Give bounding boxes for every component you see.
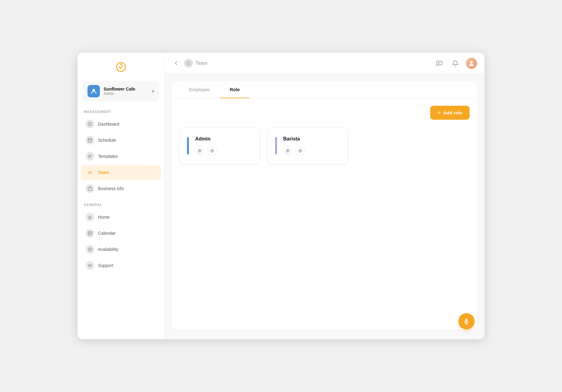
- management-section-label: MANAGEMENT: [78, 110, 164, 116]
- role-color-admin: [187, 137, 189, 154]
- topbar: Team: [164, 53, 484, 74]
- templates-label: Templates: [98, 154, 118, 159]
- templates-icon: [86, 152, 94, 161]
- workspace-name: Sunflower Cafe: [104, 87, 148, 91]
- main-content: Team: [164, 53, 484, 339]
- svg-point-2: [120, 63, 122, 65]
- svg-rect-10: [88, 188, 92, 190]
- calendar-icon: 8: [86, 229, 94, 238]
- topbar-title: Team: [195, 60, 207, 66]
- svg-rect-20: [466, 318, 467, 322]
- tab-role[interactable]: Role: [220, 81, 250, 98]
- content-area: Employee Role + Add role: [164, 74, 484, 339]
- chat-button[interactable]: [434, 58, 445, 69]
- tabs-bar: Employee Role: [172, 81, 477, 98]
- role-color-barista: [275, 137, 277, 154]
- svg-point-5: [90, 124, 90, 124]
- sidebar-item-templates[interactable]: Templates: [81, 149, 161, 164]
- workspace-card[interactable]: Sunflower Cafe Admin ▾: [83, 81, 159, 101]
- sidebar-item-dashboard[interactable]: Dashboard: [81, 117, 161, 131]
- add-role-plus-icon: +: [438, 109, 441, 116]
- home-label: Home: [98, 215, 109, 220]
- schedule-label: Schedule: [98, 138, 116, 143]
- collapse-sidebar-button[interactable]: [172, 59, 181, 68]
- availability-icon: [86, 245, 94, 254]
- sidebar-item-team[interactable]: Team: [81, 165, 161, 180]
- topbar-search-area: Team: [184, 59, 430, 68]
- dashboard-icon: [86, 120, 94, 128]
- sidebar-item-availability[interactable]: Availability: [81, 242, 161, 257]
- role-card-body-barista: Barista: [283, 136, 340, 155]
- sidebar-item-support[interactable]: 24 Support: [81, 258, 161, 273]
- notifications-button[interactable]: [450, 58, 461, 69]
- calendar-label: Calendar: [98, 231, 116, 236]
- workspace-info: Sunflower Cafe Admin: [104, 87, 148, 96]
- role-cards-list: Admin: [179, 127, 470, 164]
- support-icon: 24: [86, 261, 94, 270]
- content-card: Employee Role + Add role: [172, 81, 477, 329]
- main-wrapper: Team: [164, 53, 484, 339]
- search-icon: [184, 59, 193, 68]
- role-actions-barista: [283, 146, 340, 155]
- app-logo: [78, 60, 164, 81]
- team-label: Team: [98, 170, 109, 175]
- role-name-barista: Barista: [283, 136, 340, 142]
- role-delete-admin[interactable]: [207, 146, 217, 155]
- add-role-button[interactable]: + Add role: [430, 106, 470, 120]
- support-label: Support: [98, 263, 113, 268]
- svg-point-9: [91, 172, 92, 173]
- sidebar-item-home[interactable]: Home: [81, 210, 161, 225]
- svg-rect-0: [115, 61, 127, 73]
- role-card-admin: Admin: [179, 127, 260, 164]
- team-icon: [86, 168, 94, 177]
- workspace-role: Admin: [104, 91, 148, 96]
- business-info-icon: [86, 184, 94, 193]
- role-toolbar: + Add role: [179, 106, 470, 120]
- schedule-icon: [86, 136, 94, 145]
- workspace-avatar: [87, 85, 100, 97]
- tab-employee[interactable]: Employee: [179, 81, 220, 98]
- user-avatar[interactable]: [466, 58, 477, 69]
- general-section-label: GENERAL: [78, 203, 164, 209]
- role-card-body-admin: Admin: [195, 136, 252, 155]
- role-edit-barista[interactable]: [283, 146, 292, 155]
- role-name-admin: Admin: [195, 136, 252, 142]
- dashboard-label: Dashboard: [98, 122, 119, 127]
- sidebar: Sunflower Cafe Admin ▾ MANAGEMENT Dashbo…: [78, 53, 164, 339]
- business-info-label: Business info: [98, 186, 124, 191]
- role-delete-barista[interactable]: [296, 146, 305, 155]
- svg-text:8: 8: [89, 233, 91, 235]
- svg-point-15: [470, 61, 473, 64]
- home-icon: [86, 213, 94, 221]
- role-content: + Add role Admin: [172, 98, 477, 172]
- role-card-barista: Barista: [267, 127, 348, 164]
- sidebar-item-business-info[interactable]: Business info: [81, 181, 161, 196]
- role-actions-admin: [195, 146, 252, 155]
- topbar-actions: [434, 58, 477, 69]
- svg-point-7: [89, 171, 91, 172]
- chevron-down-icon: ▾: [152, 89, 154, 94]
- voice-input-fab[interactable]: [458, 313, 475, 329]
- svg-rect-6: [88, 139, 92, 142]
- role-edit-admin[interactable]: [195, 146, 204, 155]
- availability-label: Availability: [98, 247, 118, 252]
- svg-point-3: [92, 89, 95, 91]
- sidebar-item-calendar[interactable]: 8 Calendar: [81, 226, 161, 241]
- sidebar-item-schedule[interactable]: Schedule: [81, 133, 161, 148]
- svg-point-8: [88, 172, 89, 173]
